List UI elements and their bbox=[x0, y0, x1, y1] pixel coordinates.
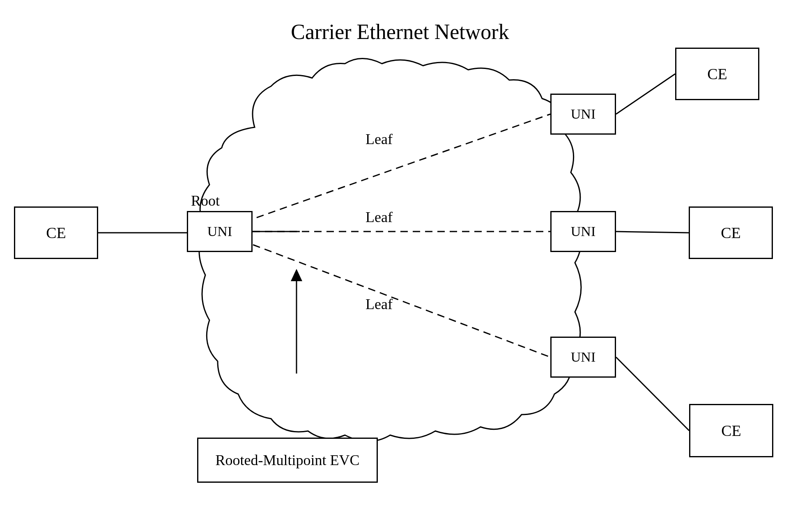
ce-right-mid-box: CE bbox=[689, 206, 773, 259]
ce-top-right-box: CE bbox=[675, 48, 759, 100]
uni-mid-right-box: UNI bbox=[550, 211, 616, 252]
leaf-bot-label: Leaf bbox=[366, 296, 393, 313]
root-label: Root bbox=[191, 192, 220, 209]
leaf-mid-label: Leaf bbox=[366, 209, 393, 226]
svg-marker-9 bbox=[291, 269, 302, 281]
uni-bottom-right-box: UNI bbox=[550, 337, 616, 378]
svg-line-7 bbox=[616, 357, 689, 431]
svg-line-5 bbox=[616, 74, 675, 114]
ce-bottom-right-box: CE bbox=[689, 404, 773, 457]
uni-top-right-box: UNI bbox=[550, 94, 616, 135]
uni-root-box: UNI bbox=[187, 211, 253, 252]
svg-line-6 bbox=[616, 232, 689, 233]
ce-left-box: CE bbox=[14, 206, 98, 259]
leaf-top-label: Leaf bbox=[366, 131, 393, 148]
page-title: Carrier Ethernet Network bbox=[291, 20, 509, 44]
evc-label-box: Rooted-Multipoint EVC bbox=[197, 438, 378, 483]
